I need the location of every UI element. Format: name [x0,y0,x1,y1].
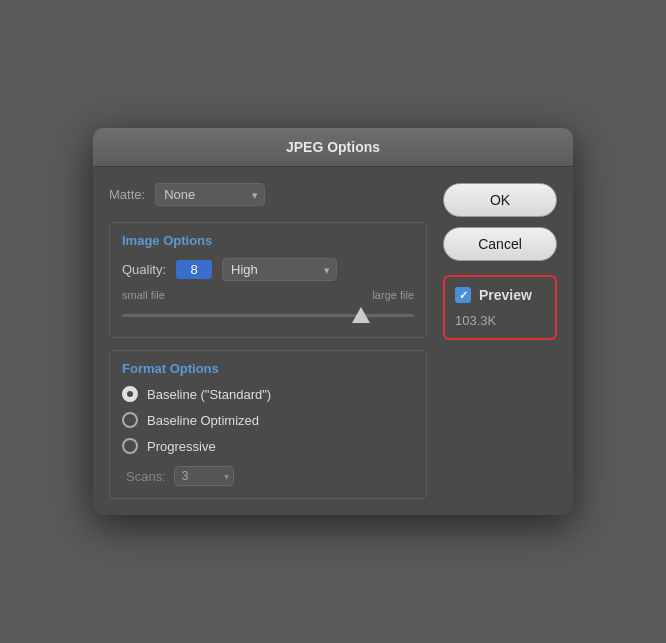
image-options-title: Image Options [122,233,414,248]
slider-max-label: large file [372,289,414,301]
preview-checkbox[interactable] [455,287,471,303]
slider-thumb [352,307,370,323]
quality-row: Quality: Low Medium High Maximum [122,258,414,281]
image-options-section: Image Options Quality: Low Medium High M… [109,222,427,338]
matte-label: Matte: [109,187,145,202]
preview-label: Preview [479,287,532,303]
matte-row: Matte: None White Black Background Foreg… [109,183,427,206]
radio-label-baseline-optimized: Baseline Optimized [147,413,259,428]
radio-circle-baseline-standard [122,386,138,402]
radio-group: Baseline ("Standard") Baseline Optimized… [122,386,414,486]
preview-file-size: 103.3K [455,313,545,328]
matte-select[interactable]: None White Black Background Foreground [155,183,265,206]
dialog-body: Matte: None White Black Background Foreg… [93,167,573,515]
scans-select[interactable]: 2 3 4 5 [174,466,234,486]
radio-progressive[interactable]: Progressive [122,438,414,454]
scans-row: Scans: 2 3 4 5 [122,466,414,486]
quality-label: Quality: [122,262,166,277]
preview-row: Preview [455,287,545,303]
radio-baseline-standard[interactable]: Baseline ("Standard") [122,386,414,402]
slider-labels: small file large file [122,289,414,301]
radio-circle-baseline-optimized [122,412,138,428]
dialog-title: JPEG Options [286,139,380,155]
slider-min-label: small file [122,289,165,301]
ok-button[interactable]: OK [443,183,557,217]
radio-label-progressive: Progressive [147,439,216,454]
cancel-button[interactable]: Cancel [443,227,557,261]
matte-select-wrapper: None White Black Background Foreground [155,183,265,206]
radio-circle-progressive [122,438,138,454]
title-bar: JPEG Options [93,128,573,167]
quality-preset-select[interactable]: Low Medium High Maximum [222,258,337,281]
radio-label-baseline-standard: Baseline ("Standard") [147,387,271,402]
slider-track[interactable] [122,305,414,325]
quality-select-wrapper: Low Medium High Maximum [222,258,337,281]
format-options-title: Format Options [122,361,414,376]
slider-line [122,314,414,317]
scans-label: Scans: [126,469,166,484]
preview-box: Preview 103.3K [443,275,557,340]
format-options-section: Format Options Baseline ("Standard") Bas… [109,350,427,499]
left-panel: Matte: None White Black Background Foreg… [109,183,427,499]
radio-baseline-optimized[interactable]: Baseline Optimized [122,412,414,428]
scans-select-wrapper: 2 3 4 5 [174,466,234,486]
quality-input[interactable] [176,260,212,279]
jpeg-options-dialog: JPEG Options Matte: None White Black Bac… [93,128,573,515]
right-panel: OK Cancel Preview 103.3K [427,183,557,499]
